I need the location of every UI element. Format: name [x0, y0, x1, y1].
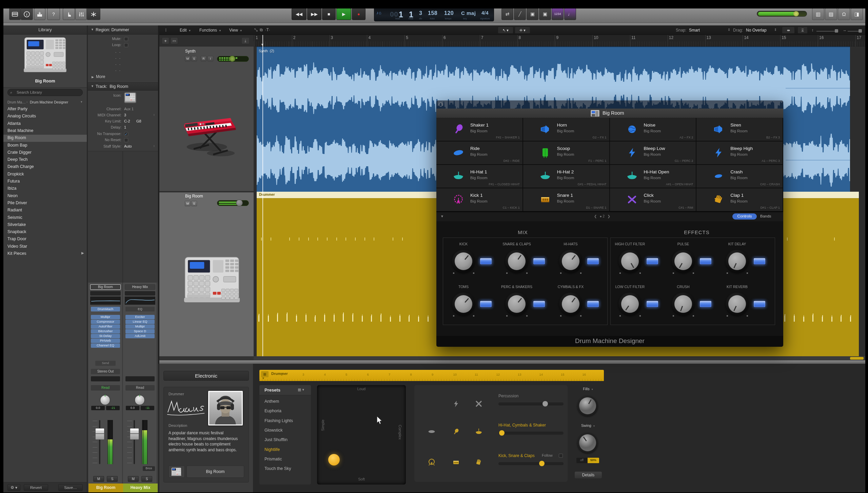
svg-text:?: ? [52, 12, 55, 17]
